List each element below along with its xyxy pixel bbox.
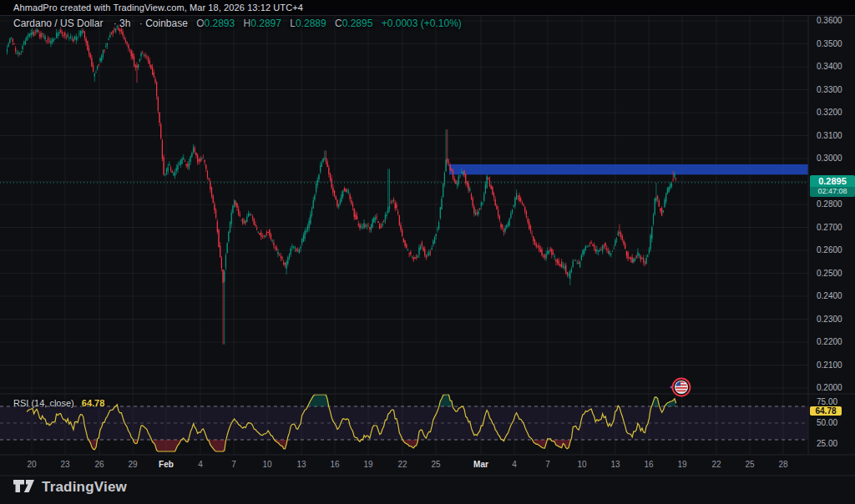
rsi-legend[interactable]: RSI (14, close) 64.78 <box>13 398 104 408</box>
time-axis-label: 13 <box>610 460 620 469</box>
open-label: O <box>196 18 204 29</box>
close-value: 0.2895 <box>342 18 373 29</box>
time-axis-label: 13 <box>296 460 306 469</box>
low-value: 0.2889 <box>296 18 326 29</box>
time-axis-label: 20 <box>27 460 36 469</box>
chart-canvas[interactable] <box>0 0 855 504</box>
time-axis-label: 16 <box>644 460 653 469</box>
time-axis-label: 22 <box>711 460 721 469</box>
close-label: C <box>335 18 342 29</box>
symbol-title[interactable]: Cardano / US Dollar <box>13 18 103 29</box>
time-axis-label: 10 <box>262 460 271 469</box>
price-axis-label: 0.3600 <box>817 17 842 25</box>
price-axis-label: 0.2400 <box>817 292 842 300</box>
low-label: L <box>290 18 296 29</box>
symbol-legend[interactable]: Cardano / US Dollar · 3h · Coinbase O0.2… <box>13 18 462 29</box>
price-axis-label: 0.2500 <box>817 270 842 278</box>
price-axis-label: 0.2100 <box>817 361 842 370</box>
high-value: 0.2897 <box>250 18 281 29</box>
time-axis[interactable]: 20232629Feb47101316192225Mar471013161922… <box>0 455 808 476</box>
rsi-axis-label: 75.00 <box>817 398 837 406</box>
legend-separator: · <box>114 18 117 29</box>
price-axis-label: 0.3000 <box>817 154 842 163</box>
time-axis-label: 7 <box>545 460 550 469</box>
time-axis-label: 4 <box>512 460 517 469</box>
price-axis-label: 0.3100 <box>817 132 842 140</box>
legend-separator: · <box>139 18 143 29</box>
price-axis-label: 0.2700 <box>817 224 842 232</box>
symbol-interval[interactable]: 3h <box>119 18 130 29</box>
time-axis-label: 25 <box>745 460 754 469</box>
time-axis-label: 7 <box>231 460 236 469</box>
change-value: +0.0003 (+0.10%) <box>382 18 462 29</box>
price-axis-label: 0.3200 <box>817 108 842 117</box>
symbol-exchange: Coinbase <box>145 18 188 29</box>
resistance-zone-rectangle[interactable] <box>449 164 808 174</box>
tradingview-logo-text: TradingView <box>42 479 127 496</box>
tradingview-logo[interactable]: TradingView <box>13 479 127 496</box>
time-axis-label: 10 <box>577 460 586 469</box>
time-axis-label: Mar <box>473 460 488 469</box>
price-axis-label: 0.2200 <box>817 338 842 346</box>
tradingview-logo-icon <box>13 479 35 496</box>
time-axis-label: 25 <box>431 460 440 469</box>
price-axis-label: 0.2800 <box>817 200 842 209</box>
attribution-text: AhmadPro created with TradingView.com, M… <box>0 3 303 13</box>
attribution-bar: AhmadPro created with TradingView.com, M… <box>0 0 855 15</box>
rsi-current-value: 64.78 <box>82 398 105 408</box>
last-price-badge: 0.2895 02:47:08 <box>810 175 855 197</box>
time-axis-label: 29 <box>128 460 137 469</box>
time-axis-label: 19 <box>363 460 372 469</box>
time-axis-label: 16 <box>330 460 339 469</box>
rsi-oversold-fill <box>27 0 675 451</box>
last-price-value: 0.2895 <box>810 175 855 187</box>
rsi-value-badge: 64.78 <box>810 406 842 416</box>
economic-event-marker[interactable] <box>670 379 691 396</box>
price-axis-label: 0.3500 <box>817 40 842 48</box>
time-axis-label: 22 <box>397 460 407 469</box>
bar-countdown: 02:47:08 <box>810 187 855 197</box>
price-axis-label: 0.2300 <box>817 315 842 324</box>
time-axis-label: 26 <box>94 460 104 469</box>
rsi-label: RSI (14, close) <box>13 398 74 408</box>
time-axis-label: 19 <box>677 460 686 469</box>
open-value: 0.2893 <box>205 18 235 29</box>
rsi-axis-label: 50.00 <box>817 419 837 427</box>
price-axis-label: 0.3400 <box>817 63 842 71</box>
high-label: H <box>244 18 251 29</box>
price-axis-label: 0.3300 <box>817 86 842 94</box>
price-axis[interactable]: 0.36000.35000.34000.33000.32000.31000.30… <box>808 0 855 455</box>
time-axis-label: 23 <box>60 460 69 469</box>
rsi-axis-label: 25.00 <box>817 440 837 448</box>
price-axis-label: 0.2000 <box>817 384 842 392</box>
tradingview-snapshot: AhmadPro created with TradingView.com, M… <box>0 0 855 504</box>
price-axis-label: 0.2600 <box>817 246 842 255</box>
time-axis-label: Feb <box>159 460 174 469</box>
time-axis-label: 28 <box>778 460 787 469</box>
time-axis-label: 4 <box>198 460 203 469</box>
